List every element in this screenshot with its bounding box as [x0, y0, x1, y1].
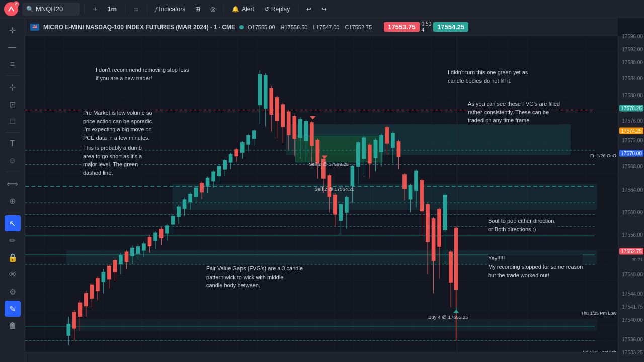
replay-icon: ↺ — [264, 6, 269, 13]
svg-rect-144 — [414, 171, 418, 191]
layout-icon: ⊞ — [195, 6, 200, 13]
svg-rect-42 — [125, 251, 129, 262]
price-17540: 17540.00 — [622, 317, 643, 322]
rectangle-tool[interactable]: □ — [5, 113, 21, 129]
svg-rect-138 — [397, 141, 401, 157]
crosshair-tool[interactable]: ✛ — [5, 22, 21, 38]
annotation-dumb-area: This is probably a dumbarea to go short … — [83, 144, 142, 177]
svg-rect-156 — [449, 251, 453, 282]
lock-tool[interactable]: 🔒 — [5, 249, 21, 265]
svg-rect-78 — [229, 154, 233, 163]
svg-rect-70 — [206, 178, 210, 187]
cursor-tool[interactable]: ↖ — [5, 215, 21, 231]
svg-rect-54 — [159, 229, 164, 238]
svg-text:Buy 4 @ 17555.25: Buy 4 @ 17555.25 — [428, 314, 468, 320]
svg-rect-22 — [66, 324, 70, 336]
svg-rect-128 — [368, 145, 372, 164]
price-17541: 17541.75 — [622, 304, 643, 309]
zoom-tool[interactable]: ⊕ — [5, 193, 21, 209]
redo-button[interactable]: ↪ — [317, 3, 331, 16]
instrument-bar: 🇺🇸 MICRO E-MINI NASDAQ-100 INDEX FUTURES… — [25, 18, 618, 36]
draw-tool-active[interactable]: ✎ — [5, 301, 21, 317]
svg-rect-56 — [165, 225, 169, 233]
alert-label: Alert — [242, 6, 254, 13]
svg-rect-120 — [345, 197, 349, 213]
add-symbol-button[interactable]: + — [89, 3, 101, 16]
svg-rect-26 — [78, 303, 83, 317]
svg-rect-148 — [426, 204, 430, 242]
separator2 — [125, 4, 125, 14]
svg-rect-66 — [194, 188, 198, 197]
alert-button[interactable]: 🔔 Alert — [228, 3, 258, 16]
left-sidebar: ✛ — ≡ ⊹ ⊡ □ T ☺ ⟺ ⊕ ↖ ✏ 🔒 👁 ⚙ ✎ 🗑 — [0, 18, 25, 362]
svg-rect-142 — [409, 185, 413, 199]
svg-rect-154 — [443, 195, 447, 230]
thu-label: Thu 1/25 Pm Low — [581, 311, 616, 316]
svg-rect-116 — [333, 195, 337, 215]
price-17552: 17552.75 — [619, 248, 643, 254]
undo-icon: ↩ — [306, 6, 311, 13]
pattern-tool[interactable]: ⊡ — [5, 96, 21, 112]
trash-tool[interactable]: 🗑 — [5, 318, 21, 334]
settings-tool[interactable]: ⚙ — [5, 284, 21, 300]
svg-rect-34 — [102, 272, 106, 282]
svg-rect-64 — [188, 194, 192, 202]
annotation-yay: Yay!!!!!My recording stopped for some re… — [488, 254, 583, 280]
svg-rect-24 — [72, 312, 76, 329]
svg-rect-50 — [148, 237, 152, 246]
svg-rect-74 — [217, 166, 221, 176]
high-price: H17556.50 — [281, 24, 308, 30]
templates-button[interactable]: ◎ — [206, 3, 219, 16]
price-17574: 17574.25 — [619, 127, 643, 134]
indicator-icon: 𝑓 — [155, 6, 157, 13]
ask-price-box: 17554.25 — [433, 22, 468, 32]
bar-style-button[interactable]: ⚌ — [129, 3, 143, 16]
indicators-button[interactable]: 𝑓 Indicators — [151, 3, 189, 16]
text-tool[interactable]: ≡ — [5, 56, 21, 72]
horizontal-line-tool[interactable]: — — [5, 39, 21, 55]
bid-price-box: 17553.75 — [384, 22, 419, 32]
annotation-fvg-filled: As you can see these FVG's are filledrat… — [468, 100, 560, 125]
replay-label: Replay — [271, 6, 290, 13]
gann-tool[interactable]: ⊹ — [5, 79, 21, 95]
eye-tool[interactable]: 👁 — [5, 266, 21, 283]
plus-icon: + — [93, 5, 97, 14]
svg-rect-134 — [385, 127, 389, 144]
svg-rect-90 — [264, 75, 268, 109]
price-change: 0.50 4 — [422, 21, 431, 33]
layouts-button[interactable]: ⊞ — [191, 3, 204, 16]
svg-text:Sell 2 @ 17564.25: Sell 2 @ 17564.25 — [315, 186, 355, 192]
svg-rect-40 — [119, 255, 123, 264]
timeframe-button[interactable]: 1m — [103, 3, 121, 16]
bottom-bar — [25, 352, 618, 362]
search-icon: 🔍 — [26, 6, 34, 13]
price-17533: 17533.25 — [622, 349, 643, 355]
price-17544: 17544.00 — [622, 291, 643, 296]
smiley-tool[interactable]: ☺ — [5, 153, 21, 169]
svg-rect-46 — [136, 246, 140, 254]
svg-rect-84 — [246, 135, 250, 145]
alert-icon: 🔔 — [232, 6, 239, 13]
svg-rect-94 — [275, 97, 279, 121]
circle-icon: ◎ — [210, 6, 215, 13]
logo[interactable]: 2 — [4, 2, 18, 16]
svg-rect-60 — [177, 207, 181, 217]
search-box[interactable]: 🔍 — [22, 3, 80, 16]
search-input[interactable] — [36, 5, 76, 13]
text-label-tool[interactable]: T — [5, 136, 21, 152]
brush-tool[interactable]: ✏ — [5, 232, 21, 248]
price-17580: 17580.00 — [622, 92, 643, 98]
live-indicator — [239, 25, 244, 29]
svg-rect-88 — [258, 74, 262, 105]
measure-tool[interactable]: ⟺ — [5, 175, 21, 192]
replay-button[interactable]: ↺ Replay — [260, 3, 294, 16]
svg-rect-124 — [356, 142, 360, 167]
chart-svg: Sell 2 @ 17569.25 Sell 2 @ 17564.25 Buy … — [25, 36, 618, 352]
price-17556: 17556.00 — [622, 232, 643, 238]
price-17560: 17560.00 — [622, 209, 643, 215]
svg-rect-86 — [252, 130, 256, 139]
svg-rect-48 — [142, 243, 146, 250]
undo-button[interactable]: ↩ — [302, 3, 315, 16]
price-17564: 17564.00 — [622, 187, 643, 192]
svg-rect-109 — [315, 140, 319, 163]
